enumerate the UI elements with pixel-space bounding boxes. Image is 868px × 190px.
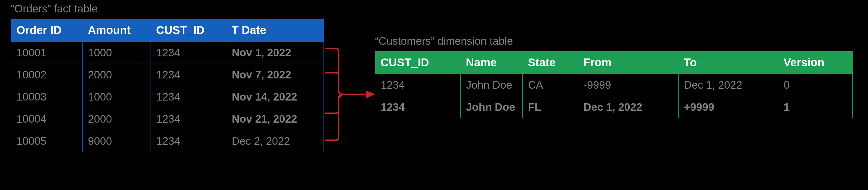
- dim-header-row: CUST_ID Name State From To Version: [375, 51, 852, 74]
- orders-fact-table: Order ID Amount CUST_ID T Date 10001 100…: [11, 19, 324, 152]
- cell-from: -9999: [578, 74, 679, 96]
- cell-cust-id: 1234: [151, 42, 226, 64]
- cell-order-id: 10002: [11, 64, 83, 86]
- cell-t-date: Nov 14, 2022: [226, 86, 323, 108]
- cell-name: John Doe: [461, 74, 523, 96]
- cell-amount: 1000: [83, 86, 151, 108]
- dim-row: 1234 John Doe CA -9999 Dec 1, 2022 0: [375, 74, 852, 96]
- cell-t-date: Nov 7, 2022: [226, 64, 323, 86]
- cell-t-date: Dec 2, 2022: [226, 130, 323, 152]
- dim-col-version: Version: [778, 51, 852, 74]
- cell-order-id: 10005: [11, 130, 83, 152]
- fact-col-amount: Amount: [83, 19, 151, 42]
- cell-state: FL: [523, 96, 578, 118]
- cell-amount: 9000: [83, 130, 151, 152]
- cell-cust-id: 1234: [151, 64, 226, 86]
- dimension-table-caption: “Customers” dimension table: [375, 35, 513, 47]
- cell-amount: 2000: [83, 108, 151, 130]
- cell-cust-id: 1234: [151, 108, 226, 130]
- cell-order-id: 10004: [11, 108, 83, 130]
- cell-cust-id: 1234: [375, 96, 461, 118]
- customers-dimension-table: CUST_ID Name State From To Version 1234 …: [375, 51, 852, 118]
- cell-version: 0: [778, 74, 852, 96]
- cell-cust-id: 1234: [151, 130, 226, 152]
- fact-col-cust-id: CUST_ID: [151, 19, 226, 42]
- cell-from: Dec 1, 2022: [578, 96, 679, 118]
- dim-row: 1234 John Doe FL Dec 1, 2022 +9999 1: [375, 96, 852, 118]
- cell-t-date: Nov 21, 2022: [226, 108, 323, 130]
- fact-row: 10005 9000 1234 Dec 2, 2022: [11, 130, 324, 152]
- fact-col-t-date: T Date: [226, 19, 323, 42]
- dim-col-name: Name: [461, 51, 523, 74]
- cell-t-date: Nov 1, 2022: [226, 42, 323, 64]
- cell-state: CA: [523, 74, 578, 96]
- dim-col-cust-id: CUST_ID: [375, 51, 461, 74]
- cell-amount: 2000: [83, 64, 151, 86]
- cell-version: 1: [778, 96, 852, 118]
- dim-col-from: From: [578, 51, 679, 74]
- dim-col-to: To: [678, 51, 778, 74]
- cell-order-id: 10001: [11, 42, 83, 64]
- dim-col-state: State: [523, 51, 578, 74]
- fact-table-caption: “Orders” fact table: [11, 3, 98, 15]
- cell-order-id: 10003: [11, 86, 83, 108]
- cell-name: John Doe: [461, 96, 523, 118]
- fact-header-row: Order ID Amount CUST_ID T Date: [11, 19, 324, 42]
- fact-col-order-id: Order ID: [11, 19, 83, 42]
- relationship-arrow-icon: [324, 38, 378, 151]
- fact-row: 10002 2000 1234 Nov 7, 2022: [11, 64, 324, 86]
- cell-cust-id: 1234: [151, 86, 226, 108]
- fact-row: 10004 2000 1234 Nov 21, 2022: [11, 108, 324, 130]
- fact-row: 10001 1000 1234 Nov 1, 2022: [11, 42, 324, 64]
- fact-row: 10003 1000 1234 Nov 14, 2022: [11, 86, 324, 108]
- cell-amount: 1000: [83, 42, 151, 64]
- cell-cust-id: 1234: [375, 74, 461, 96]
- cell-to: Dec 1, 2022: [678, 74, 778, 96]
- cell-to: +9999: [678, 96, 778, 118]
